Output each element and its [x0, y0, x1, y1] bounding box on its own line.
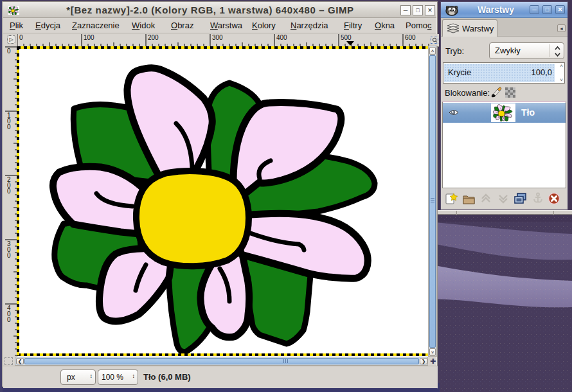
svg-text:600: 600 [405, 34, 416, 41]
svg-text:500: 500 [341, 34, 352, 41]
svg-text:0: 0 [19, 34, 23, 41]
svg-text:0: 0 [7, 252, 11, 259]
svg-text:0: 0 [7, 123, 11, 130]
svg-text:400: 400 [276, 34, 287, 41]
svg-text:0: 0 [7, 188, 11, 195]
svg-text:100: 100 [84, 34, 94, 41]
svg-text:300: 300 [212, 34, 223, 41]
svg-text:200: 200 [148, 34, 159, 41]
svg-text:0: 0 [7, 48, 11, 55]
svg-text:0: 0 [7, 316, 11, 323]
